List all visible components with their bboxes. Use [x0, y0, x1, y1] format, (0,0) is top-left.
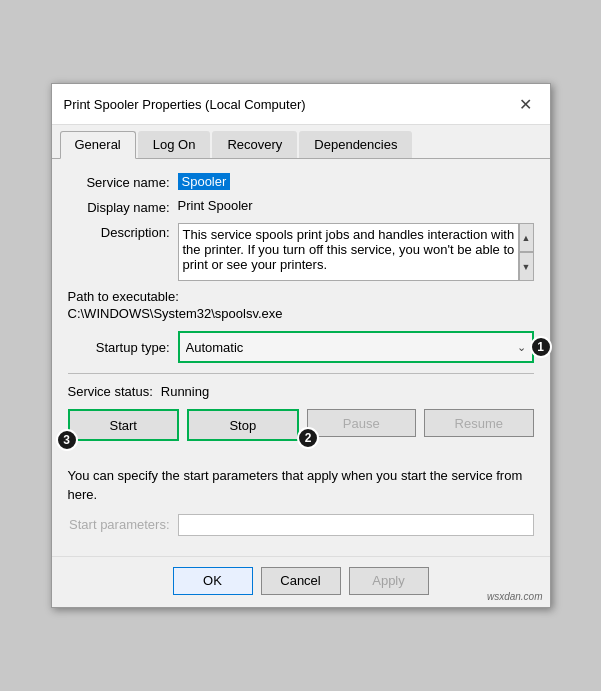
display-name-value: Print Spooler	[178, 198, 534, 213]
description-container: This service spools print jobs and handl…	[178, 223, 534, 281]
apply-button[interactable]: Apply	[349, 567, 429, 595]
tab-logon[interactable]: Log On	[138, 131, 211, 158]
tab-recovery[interactable]: Recovery	[212, 131, 297, 158]
service-buttons-row: 3 Start Stop 2 Pause Resume	[68, 409, 534, 441]
dialog-footer: OK Cancel Apply	[52, 556, 550, 607]
badge-2: 2	[297, 427, 319, 449]
service-name-highlighted: Spooler	[178, 173, 231, 190]
tab-dependencies[interactable]: Dependencies	[299, 131, 412, 158]
service-status-label: Service status:	[68, 384, 153, 399]
startup-type-label: Startup type:	[68, 340, 178, 355]
startup-type-select[interactable]: Automatic Automatic (Delayed Start) Manu…	[180, 333, 532, 361]
start-params-row: Start parameters:	[68, 514, 534, 536]
service-name-label: Service name:	[68, 173, 178, 190]
divider-1	[68, 373, 534, 374]
startup-type-row: Startup type: Automatic Automatic (Delay…	[68, 331, 534, 363]
start-button[interactable]: Start	[70, 411, 178, 439]
tab-content: Service name: Spooler Display name: Prin…	[52, 159, 550, 555]
start-params-input[interactable]	[178, 514, 534, 536]
display-name-label: Display name:	[68, 198, 178, 215]
pause-button[interactable]: Pause	[307, 409, 417, 437]
description-label: Description:	[68, 223, 178, 240]
description-box[interactable]: This service spools print jobs and handl…	[178, 223, 534, 281]
scroll-down-button[interactable]: ▼	[519, 252, 534, 281]
stop-btn-container: Stop 2	[187, 409, 299, 441]
ok-button[interactable]: OK	[173, 567, 253, 595]
service-status-value: Running	[161, 384, 209, 399]
path-section: Path to executable: C:\WINDOWS\System32\…	[68, 289, 534, 321]
start-btn-container: Start	[68, 409, 180, 441]
service-status-row: Service status: Running	[68, 384, 534, 399]
hint-text: You can specify the start parameters tha…	[68, 467, 534, 503]
dialog-title: Print Spooler Properties (Local Computer…	[64, 97, 306, 112]
display-name-row: Display name: Print Spooler	[68, 198, 534, 215]
start-params-label: Start parameters:	[68, 517, 178, 532]
title-bar: Print Spooler Properties (Local Computer…	[52, 84, 550, 125]
stop-button[interactable]: Stop	[189, 411, 297, 439]
startup-select-wrapper[interactable]: Automatic Automatic (Delayed Start) Manu…	[178, 331, 534, 363]
cancel-button[interactable]: Cancel	[261, 567, 341, 595]
tab-bar: General Log On Recovery Dependencies	[52, 125, 550, 159]
badge-3: 3	[56, 429, 78, 451]
dialog-window: Print Spooler Properties (Local Computer…	[51, 83, 551, 607]
close-button[interactable]: ✕	[514, 92, 538, 116]
badge-1: 1	[530, 336, 552, 358]
tab-general[interactable]: General	[60, 131, 136, 159]
service-name-row: Service name: Spooler	[68, 173, 534, 190]
service-name-value: Spooler	[178, 173, 534, 190]
description-row: Description: This service spools print j…	[68, 223, 534, 281]
description-text: This service spools print jobs and handl…	[183, 227, 515, 272]
path-value: C:\WINDOWS\System32\spoolsv.exe	[68, 306, 534, 321]
scroll-up-button[interactable]: ▲	[519, 223, 534, 252]
scroll-buttons: ▲ ▼	[518, 223, 534, 281]
watermark: wsxdan.com	[487, 591, 543, 602]
path-label: Path to executable:	[68, 289, 534, 304]
resume-button[interactable]: Resume	[424, 409, 534, 437]
